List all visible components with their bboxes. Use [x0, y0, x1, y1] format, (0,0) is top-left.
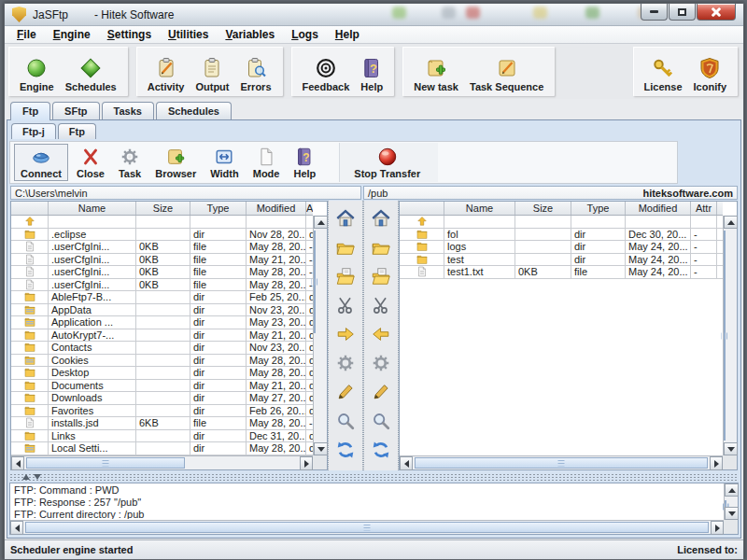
file-row[interactable]: .userCfgIni...0KBfileMay 28, 20...-	[11, 266, 313, 279]
file-row[interactable]: DesktopdirMay 28, 20...d	[11, 367, 313, 380]
file-row[interactable]: .userCfgIni...0KBfileMay 28, 20...-	[11, 241, 313, 254]
column-header-icon[interactable]	[11, 202, 49, 215]
scroll-right-button[interactable]	[711, 521, 724, 535]
file-row[interactable]: foldirDec 30, 20...-	[400, 229, 723, 242]
file-row[interactable]: LinksdirDec 31, 20...d	[11, 430, 313, 443]
menu-item-logs[interactable]: Logs	[283, 27, 327, 42]
column-header-type[interactable]: Type	[571, 202, 626, 215]
toolbar-button-engine[interactable]: Engine	[14, 49, 60, 94]
column-header-name[interactable]: Name	[444, 202, 515, 215]
ftp-button-task[interactable]: Task	[113, 145, 147, 180]
file-row[interactable]: FavoritesdirFeb 26, 20...d	[11, 405, 313, 418]
scroll-right-button[interactable]	[710, 456, 723, 470]
ftp-button-connect[interactable]: Connect	[14, 144, 68, 181]
file-row[interactable]: Local Setti...dirMay 28, 20...d	[11, 442, 313, 455]
subtab-ftp[interactable]: Ftp	[58, 123, 96, 139]
remote-vertical-scrollbar[interactable]	[723, 216, 737, 455]
column-header-modified[interactable]: Modified	[247, 202, 306, 215]
toolbar-button-feedback[interactable]: Feedback	[297, 49, 356, 94]
ftp-button-stop-transfer[interactable]: Stop Transfer	[348, 145, 426, 180]
file-row[interactable]: testdirMay 24, 20...-	[400, 254, 723, 267]
scrollbar-thumb[interactable]	[314, 231, 316, 333]
tab-ftp[interactable]: Ftp	[10, 102, 50, 120]
toolbar-button-new-task[interactable]: New task	[408, 49, 464, 94]
file-row[interactable]: DocumentsdirMay 21, 20...d	[11, 380, 313, 393]
scroll-left-button[interactable]	[11, 456, 24, 470]
ftp-button-help[interactable]: ?Help	[288, 145, 321, 180]
file-row[interactable]: AbleFtp7-B...dirFeb 25, 20...d	[11, 291, 313, 304]
file-row[interactable]: .userCfgIni...0KBfileMay 28, 20...-	[11, 279, 313, 292]
toolbar-button-activity[interactable]: Activity	[142, 49, 190, 94]
column-header-attr[interactable]: Attr	[691, 202, 717, 215]
menu-item-variables[interactable]: Variables	[217, 27, 283, 42]
magnifier-icon[interactable]	[335, 411, 356, 431]
scrollbar-thumb[interactable]	[26, 457, 185, 469]
file-row[interactable]: AutoKrypt7-...dirMay 21, 20...d	[11, 329, 313, 343]
scroll-left-button[interactable]	[400, 456, 413, 470]
local-horizontal-scrollbar[interactable]	[11, 455, 313, 469]
ftp-button-close[interactable]: Close	[71, 145, 110, 180]
scissors-icon[interactable]	[371, 295, 391, 315]
open-folder-icon[interactable]	[371, 237, 391, 258]
local-vertical-scrollbar[interactable]	[313, 216, 327, 455]
transfer-left-icon[interactable]	[371, 324, 391, 344]
scroll-up-button[interactable]	[725, 483, 739, 497]
scrollbar-thumb[interactable]	[25, 522, 709, 533]
column-header-icon[interactable]	[400, 202, 444, 215]
column-header-name[interactable]: Name	[49, 202, 136, 215]
scroll-down-button[interactable]	[724, 442, 738, 455]
file-row[interactable]: DownloadsdirMay 27, 20...d	[11, 392, 313, 405]
toolbar-button-help[interactable]: ?Help	[355, 49, 388, 94]
file-row[interactable]: logsdirMay 24, 20...-	[400, 241, 723, 254]
scrollbar-thumb[interactable]	[415, 457, 708, 469]
menu-item-file[interactable]: File	[8, 27, 45, 42]
column-header-modified[interactable]: Modified	[626, 202, 691, 215]
file-row[interactable]: installs.jsd6KBfileMay 28, 20...-	[11, 417, 313, 430]
remote-horizontal-scrollbar[interactable]	[400, 455, 723, 469]
pencil-icon[interactable]	[371, 382, 391, 402]
folder-up-icon[interactable]	[335, 266, 356, 287]
magnifier-icon[interactable]	[371, 411, 391, 431]
toolbar-button-schedules[interactable]: Schedules	[60, 49, 122, 94]
titlebar[interactable]: JaSFtp - Hitek Software	[5, 4, 743, 26]
ftp-button-browser[interactable]: Browser	[149, 145, 202, 180]
column-header-size[interactable]: Size	[136, 202, 190, 215]
toolbar-button-output[interactable]: Output	[190, 49, 234, 94]
ftp-button-mode[interactable]: Mode	[247, 145, 286, 180]
tab-schedules[interactable]: Schedules	[156, 102, 232, 119]
scissors-icon[interactable]	[335, 295, 356, 315]
column-header-type[interactable]: Type	[190, 202, 247, 215]
column-header-attr[interactable]: Attr	[306, 202, 313, 215]
scroll-down-button[interactable]	[314, 442, 328, 455]
pencil-icon[interactable]	[335, 382, 356, 402]
gear-icon[interactable]	[335, 353, 356, 373]
toolbar-button-errors[interactable]: Errors	[235, 49, 277, 94]
menu-item-help[interactable]: Help	[327, 27, 368, 42]
close-button[interactable]	[697, 4, 736, 21]
scroll-left-button[interactable]	[10, 521, 23, 535]
maximize-button[interactable]	[669, 4, 696, 21]
menu-item-settings[interactable]: Settings	[99, 27, 160, 42]
scroll-down-button[interactable]	[725, 507, 739, 520]
log-vertical-scrollbar[interactable]	[724, 483, 738, 520]
file-row[interactable]: test1.txt0KBfileMay 24, 20...-	[400, 266, 723, 279]
home-icon[interactable]	[335, 208, 356, 229]
log-splitter[interactable]	[9, 473, 739, 481]
transfer-right-icon[interactable]	[335, 324, 356, 344]
file-row[interactable]: Application ...dirMay 23, 20...d	[11, 316, 313, 329]
tab-sftp[interactable]: SFtp	[52, 102, 99, 119]
home-icon[interactable]	[371, 208, 391, 229]
minimize-button[interactable]	[641, 4, 668, 21]
tab-tasks[interactable]: Tasks	[102, 102, 154, 119]
scroll-up-button[interactable]	[314, 216, 328, 229]
folder-up-icon[interactable]	[371, 266, 391, 287]
ftp-button-width[interactable]: Width	[204, 145, 244, 180]
log-horizontal-scrollbar[interactable]	[10, 520, 724, 534]
file-row[interactable]: .userCfgIni...0KBfileMay 21, 20...-	[11, 254, 313, 267]
splitter-collapse-up-icon[interactable]	[22, 474, 30, 480]
scrollbar-thumb[interactable]	[724, 231, 726, 441]
menu-item-engine[interactable]: Engine	[45, 27, 99, 42]
splitter-collapse-down-icon[interactable]	[34, 474, 41, 480]
file-row[interactable]: ContactsdirNov 23, 20...d	[11, 342, 313, 355]
scroll-right-button[interactable]	[300, 456, 313, 470]
